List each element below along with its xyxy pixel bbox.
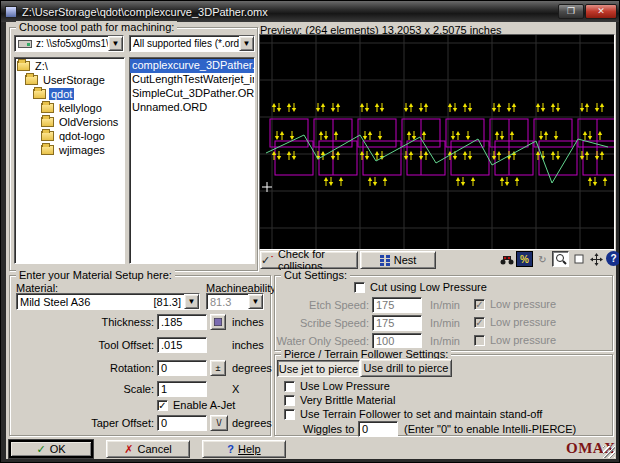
folder-icon bbox=[41, 103, 54, 113]
folder-icon bbox=[41, 145, 54, 155]
zoom-window-icon[interactable] bbox=[570, 251, 587, 267]
checkbox-unchecked-icon bbox=[474, 335, 485, 346]
thickness-label: Thickness: bbox=[46, 316, 154, 328]
restore-button[interactable]: ❐ bbox=[558, 4, 584, 19]
help-button[interactable]: ?Help bbox=[202, 440, 286, 458]
cut-settings-label: Cut Settings: bbox=[281, 269, 350, 281]
folder-open-icon bbox=[33, 89, 46, 99]
tree-item-drive-root[interactable]: Z:\ bbox=[15, 59, 124, 73]
filter-combobox-value: All supported files (*.ord, *.omx) bbox=[133, 38, 239, 49]
checkmark-pen-icon: ✓˙ bbox=[261, 254, 274, 267]
use-drill-to-pierce-button[interactable]: Use drill to pierce bbox=[360, 359, 452, 377]
taper-offset-label: Taper Offset: bbox=[46, 417, 154, 429]
rotation-input[interactable]: 0 bbox=[157, 360, 207, 376]
cancel-button[interactable]: ✗Cancel bbox=[106, 440, 190, 458]
rotation-unit: degrees bbox=[232, 362, 272, 374]
scribe-low-pressure-checkbox[interactable]: ✓ Low pressure bbox=[474, 316, 556, 328]
tree-item-kellylogo[interactable]: kellylogo bbox=[15, 101, 124, 115]
material-color-button[interactable] bbox=[210, 314, 226, 330]
checkbox-unchecked-icon bbox=[284, 409, 295, 420]
water-low-pressure-checkbox[interactable]: Low pressure bbox=[474, 334, 556, 346]
scale-label: Scale: bbox=[46, 383, 154, 395]
material-group-label: Enter your Material Setup here: bbox=[16, 269, 175, 281]
cut-low-pressure-checkbox[interactable]: Cut using Low Pressure bbox=[354, 281, 487, 293]
pierce-low-pressure-checkbox[interactable]: Use Low Pressure bbox=[284, 380, 390, 392]
water-only-speed-label: Water Only Speed: bbox=[276, 335, 369, 347]
percent-toggle-icon[interactable]: % bbox=[516, 251, 533, 267]
ok-check-icon: ✓ bbox=[36, 443, 45, 456]
folder-tree[interactable]: Z:\ UserStorage qdot kellylogo OldVersio… bbox=[14, 57, 125, 264]
use-jet-to-pierce-button[interactable]: Use jet to pierce bbox=[277, 360, 360, 377]
machine-icon[interactable] bbox=[498, 251, 515, 267]
folder-open-icon bbox=[17, 61, 30, 71]
tree-item-oldversions[interactable]: OldVersions bbox=[15, 115, 124, 129]
scale-input[interactable]: 1 bbox=[157, 381, 207, 397]
folder-icon bbox=[41, 117, 54, 127]
rotation-step-button[interactable]: ± bbox=[210, 360, 226, 376]
file-item[interactable]: CutLengthTestWaterjet_imported_ai bbox=[130, 73, 254, 87]
color-swatch-icon bbox=[214, 318, 222, 326]
ok-button[interactable]: ✓OK bbox=[9, 440, 93, 458]
checkbox-checked-icon: ✓ bbox=[474, 299, 485, 310]
file-list[interactable]: complexcurve_3DPather.omx CutLengthTestW… bbox=[129, 57, 255, 264]
dialog-content: Choose tool path for machining: z: \\sfo… bbox=[6, 22, 616, 459]
app-window: Z:\UserStorage\qdot\complexcurve_3DPathe… bbox=[0, 0, 620, 463]
brittle-material-checkbox[interactable]: Very Brittle Material bbox=[284, 394, 395, 406]
tool-offset-input[interactable]: .015 bbox=[157, 337, 207, 353]
material-combobox-arrow[interactable]: ▼ bbox=[184, 294, 199, 309]
nest-button[interactable]: Nest bbox=[360, 251, 436, 269]
drive-combobox-arrow[interactable]: ▼ bbox=[108, 36, 123, 51]
scale-unit: X bbox=[232, 383, 239, 395]
close-button[interactable]: ✕ bbox=[585, 4, 617, 19]
help-question-icon: ? bbox=[227, 443, 234, 455]
help-icon[interactable]: ? bbox=[606, 251, 620, 266]
cancel-x-icon: ✗ bbox=[124, 443, 133, 456]
rotate-icon[interactable]: ↻ bbox=[534, 251, 551, 267]
etch-speed-input[interactable]: 175 bbox=[372, 297, 422, 313]
tree-item-wjimages[interactable]: wjimages bbox=[15, 143, 124, 157]
taper-angle-button[interactable]: \/ bbox=[210, 415, 228, 431]
terrain-follower-checkbox[interactable]: Use Terrain Follower to set and maintain… bbox=[284, 408, 542, 420]
file-item[interactable]: complexcurve_3DPather.omx bbox=[130, 59, 254, 73]
file-item[interactable]: Unnamed.ORD bbox=[130, 101, 254, 115]
drive-icon bbox=[18, 40, 32, 48]
thickness-unit: inches bbox=[232, 316, 264, 328]
check-collisions-button[interactable]: ✓˙ Check for collisions bbox=[260, 251, 358, 269]
rotation-label: Rotation: bbox=[46, 362, 154, 374]
file-chooser-label: Choose tool path for machining: bbox=[16, 21, 177, 33]
scribe-speed-label: Scribe Speed: bbox=[276, 317, 369, 329]
scribe-speed-input[interactable]: 175 bbox=[372, 315, 422, 331]
tree-item-qdot-logo[interactable]: qdot-logo bbox=[15, 129, 124, 143]
tree-item-userstorage[interactable]: UserStorage bbox=[15, 73, 124, 87]
checkbox-unchecked-icon bbox=[284, 381, 295, 392]
material-index: [81.3] bbox=[153, 296, 181, 308]
title-bar[interactable]: Z:\UserStorage\qdot\complexcurve_3DPathe… bbox=[1, 1, 620, 22]
etch-low-pressure-checkbox[interactable]: ✓ Low pressure bbox=[474, 298, 556, 310]
drive-combobox-value: z: \\sfo5xg0ms1\storage bbox=[36, 38, 108, 49]
machineability-combobox-arrow[interactable]: ▼ bbox=[248, 294, 263, 309]
file-item[interactable]: SimpleCut_3DPather.ORD bbox=[130, 87, 254, 101]
drive-combobox[interactable]: z: \\sfo5xg0ms1\storage ▼ bbox=[14, 35, 124, 52]
cut-low-pressure-label: Cut using Low Pressure bbox=[370, 281, 487, 293]
material-combobox[interactable]: Mild Steel A36 [81.3] ▼ bbox=[16, 293, 200, 310]
taper-offset-input[interactable]: 0 bbox=[157, 415, 207, 431]
thickness-input[interactable]: .185 bbox=[157, 314, 207, 330]
filter-combobox[interactable]: All supported files (*.ord, *.omx) ▼ bbox=[129, 35, 255, 52]
resize-grip[interactable] bbox=[603, 446, 615, 458]
wiggles-note: (Enter "0" to enable Intelli-PIERCE) bbox=[404, 423, 576, 435]
app-icon bbox=[5, 6, 17, 18]
zoom-icon[interactable] bbox=[552, 251, 569, 267]
machineability-value: 81.3 bbox=[210, 296, 231, 308]
water-only-speed-input[interactable]: 100 bbox=[372, 333, 422, 349]
tree-item-qdot[interactable]: qdot bbox=[15, 87, 124, 101]
tool-offset-unit: inches bbox=[232, 339, 264, 351]
pan-icon[interactable] bbox=[588, 251, 605, 267]
enable-ajet-checkbox[interactable]: ✓ Enable A-Jet bbox=[157, 399, 235, 411]
preview-canvas[interactable] bbox=[259, 34, 615, 250]
water-only-speed-unit: In/min bbox=[430, 335, 460, 347]
machineability-combobox[interactable]: 81.3 ▼ bbox=[206, 293, 264, 310]
tool-offset-label: Tool Offset: bbox=[46, 339, 154, 351]
filter-combobox-arrow[interactable]: ▼ bbox=[239, 36, 254, 51]
scribe-speed-unit: In/min bbox=[430, 317, 460, 329]
wiggles-input[interactable]: 0 bbox=[358, 421, 398, 437]
